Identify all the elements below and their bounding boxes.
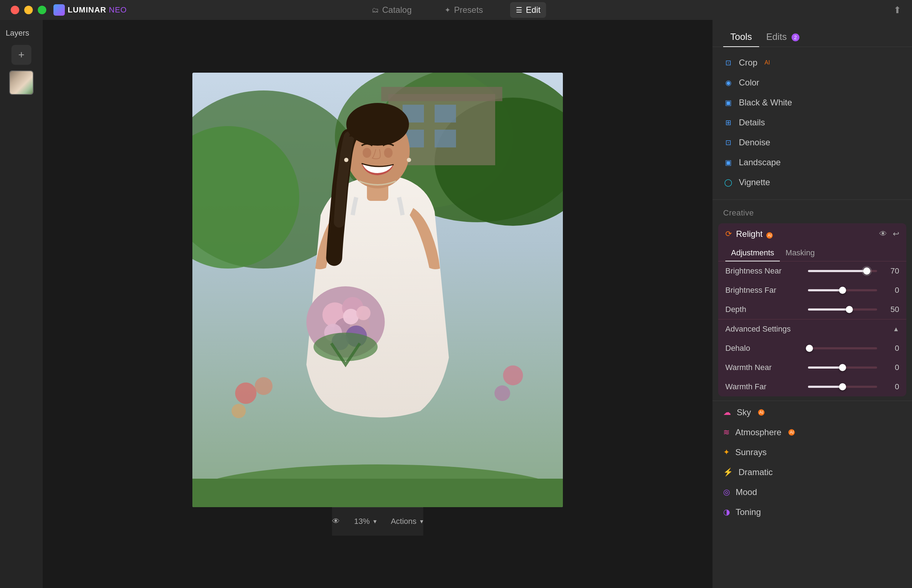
advanced-settings-header[interactable]: Advanced Settings ▲ xyxy=(718,319,906,339)
tool-vignette[interactable]: ◯ Vignette xyxy=(713,172,912,192)
tool-crop[interactable]: ⊡ Crop AI xyxy=(713,53,912,73)
edit-icon: ☰ xyxy=(516,6,522,14)
relight-tab-masking[interactable]: Masking xyxy=(780,245,820,261)
sky-ai-badge: AI xyxy=(758,409,765,416)
dramatic-icon: ⚡ xyxy=(723,468,733,477)
relight-header: ⟳ Relight AI 👁 ↩ xyxy=(718,223,906,245)
brightness-near-thumb[interactable] xyxy=(863,268,870,275)
bw-icon: ▣ xyxy=(723,98,733,108)
svg-point-31 xyxy=(314,333,378,361)
relight-ai-badge: AI xyxy=(766,232,773,239)
sky-item-atmosphere[interactable]: ≋ Atmosphere AI xyxy=(713,422,912,442)
panel-tabs: Tools Edits 2 xyxy=(713,20,912,47)
brightness-far-thumb[interactable] xyxy=(839,287,846,294)
atmosphere-ai-badge: AI xyxy=(788,429,795,436)
svg-rect-11 xyxy=(435,130,456,147)
details-icon: ⊞ xyxy=(723,118,733,128)
zoom-control[interactable]: 13% ▾ xyxy=(354,517,377,526)
warmth-far-thumb[interactable] xyxy=(839,383,846,390)
warmth-near-thumb[interactable] xyxy=(839,364,846,371)
color-icon: ◉ xyxy=(723,78,733,87)
slider-depth: Depth 50 xyxy=(718,300,906,319)
vignette-icon: ◯ xyxy=(723,178,733,187)
right-panel: Tools Edits 2 ⊡ Crop AI ◉ Color ▣ Black … xyxy=(713,20,912,588)
svg-point-34 xyxy=(231,404,246,418)
canvas-area: 👁 13% ▾ Actions ▾ xyxy=(43,20,713,588)
layer-thumbnail[interactable] xyxy=(9,71,34,95)
dehalo-track[interactable] xyxy=(808,347,877,349)
relight-actions: 👁 ↩ xyxy=(879,229,899,239)
tab-edits[interactable]: Edits 2 xyxy=(759,27,807,47)
logo-icon xyxy=(53,4,65,16)
sky-item-mood[interactable]: ◎ Mood xyxy=(713,482,912,502)
tool-landscape[interactable]: ▣ Landscape xyxy=(713,152,912,172)
depth-thumb[interactable] xyxy=(846,306,853,313)
denoise-icon: ⊡ xyxy=(723,137,733,147)
warmth-near-value: 0 xyxy=(881,363,899,372)
tool-color[interactable]: ◉ Color xyxy=(713,73,912,93)
nav-edit[interactable]: ☰ Edit xyxy=(510,2,546,18)
tool-black-white[interactable]: ▣ Black & White xyxy=(713,93,912,113)
sky-item-toning[interactable]: ◑ Toning xyxy=(713,502,912,522)
depth-track[interactable] xyxy=(808,309,877,310)
add-layer-button[interactable]: + xyxy=(11,45,31,65)
toning-icon: ◑ xyxy=(723,507,730,517)
minimize-button[interactable] xyxy=(24,6,33,14)
layers-title: Layers xyxy=(6,29,29,38)
relight-visibility-button[interactable]: 👁 xyxy=(879,229,887,239)
nav-presets[interactable]: ✦ Presets xyxy=(439,2,489,18)
sunrays-icon: ✦ xyxy=(723,447,729,457)
tool-list: ⊡ Crop AI ◉ Color ▣ Black & White ⊞ Deta… xyxy=(713,47,912,198)
svg-point-19 xyxy=(344,158,348,162)
relight-reset-button[interactable]: ↩ xyxy=(893,229,899,239)
close-button[interactable] xyxy=(11,6,19,14)
visibility-toggle[interactable]: 👁 xyxy=(332,517,340,526)
warmth-far-value: 0 xyxy=(881,382,899,391)
svg-point-32 xyxy=(235,383,257,404)
tool-denoise[interactable]: ⊡ Denoise xyxy=(713,132,912,152)
slider-brightness-far: Brightness Far 0 xyxy=(718,281,906,300)
brightness-far-track[interactable] xyxy=(808,289,877,291)
svg-rect-13 xyxy=(192,479,563,507)
dehalo-thumb[interactable] xyxy=(806,345,813,352)
crop-icon: ⊡ xyxy=(723,58,733,68)
maximize-button[interactable] xyxy=(38,6,46,14)
brightness-far-fill xyxy=(808,289,842,291)
sky-icon: ☁ xyxy=(723,408,731,417)
brightness-far-value: 0 xyxy=(881,286,899,295)
presets-icon: ✦ xyxy=(445,6,451,14)
photo-canvas xyxy=(192,73,563,507)
mood-icon: ◎ xyxy=(723,488,730,497)
depth-label: Depth xyxy=(725,305,804,314)
svg-point-36 xyxy=(495,385,510,401)
nav-catalog[interactable]: 🗂 Catalog xyxy=(366,2,417,18)
depth-value: 50 xyxy=(881,305,899,314)
svg-point-17 xyxy=(363,148,371,158)
export-icon[interactable]: ⬆ xyxy=(893,5,901,16)
svg-point-29 xyxy=(343,309,359,325)
relight-tab-adjustments[interactable]: Adjustments xyxy=(725,245,780,261)
relight-icon: ⟳ xyxy=(725,229,732,239)
tab-tools[interactable]: Tools xyxy=(723,27,759,47)
layer-thumbnail-image xyxy=(10,71,33,94)
dehalo-value: 0 xyxy=(881,344,899,353)
sky-item-sunrays[interactable]: ✦ Sunrays xyxy=(713,442,912,462)
photo-svg xyxy=(192,73,563,507)
catalog-icon: 🗂 xyxy=(372,6,379,14)
warmth-near-track[interactable] xyxy=(808,367,877,368)
traffic-lights xyxy=(11,6,46,14)
slider-warmth-near: Warmth Near 0 xyxy=(718,358,906,377)
warmth-far-track[interactable] xyxy=(808,386,877,388)
crop-ai-badge: AI xyxy=(765,60,770,66)
tool-details[interactable]: ⊞ Details xyxy=(713,113,912,132)
brightness-near-value: 70 xyxy=(881,267,899,276)
sky-item-sky[interactable]: ☁ Sky AI xyxy=(713,402,912,422)
brightness-near-track[interactable] xyxy=(808,270,877,272)
actions-menu[interactable]: Actions ▾ xyxy=(391,517,423,526)
actions-chevron-icon: ▾ xyxy=(420,517,423,525)
slider-dehalo: Dehalo 0 xyxy=(718,339,906,358)
eye-icon: 👁 xyxy=(332,517,340,526)
brightness-near-fill xyxy=(808,270,867,272)
sky-item-dramatic[interactable]: ⚡ Dramatic xyxy=(713,462,912,482)
warmth-far-label: Warmth Far xyxy=(725,382,804,391)
